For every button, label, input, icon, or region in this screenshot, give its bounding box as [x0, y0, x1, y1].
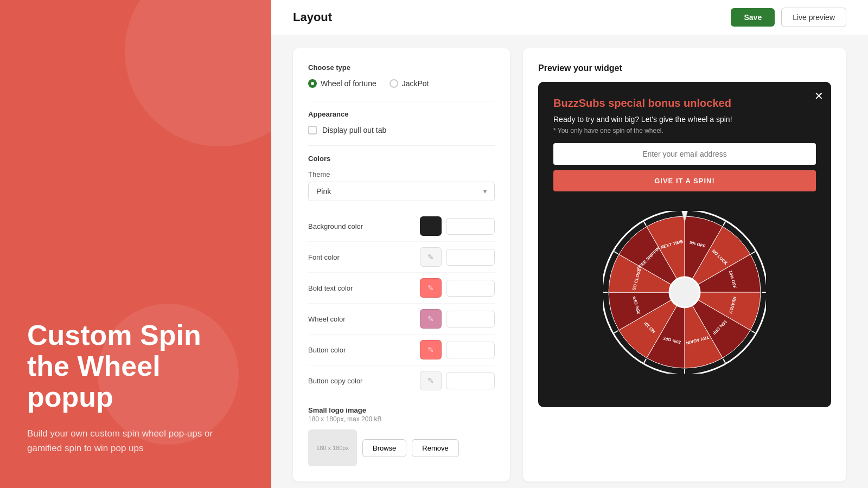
button-copy-color-label: Button copy color — [308, 377, 362, 385]
logo-section: Small logo image 180 x 180px, max 200 kB… — [308, 406, 495, 466]
button-color-swatch[interactable]: ✎ — [420, 340, 442, 359]
logo-label: Small logo image — [308, 406, 495, 414]
remove-button[interactable]: Remove — [412, 439, 458, 457]
bold-color-swatch[interactable]: ✎ — [420, 278, 442, 298]
theme-value: Pink — [316, 187, 331, 196]
font-color-hex[interactable]: FFFFFF — [446, 249, 495, 266]
wheel-color-hex[interactable]: D689A6 — [446, 311, 495, 328]
widget-top: BuzzSubs special bonus unlocked Ready to… — [538, 82, 831, 200]
pipette-icon: ✎ — [427, 314, 434, 323]
widget-headline: BuzzSubs special bonus unlocked — [553, 97, 816, 110]
hero-title: Custom Spin the Wheel popup — [27, 320, 244, 413]
svg-line-15 — [644, 359, 646, 363]
browse-button[interactable]: Browse — [362, 439, 406, 457]
color-row-wheel: Wheel color ✎ D689A6 — [308, 304, 495, 335]
button-copy-color-controls: ✎ FFFFFF — [420, 371, 495, 390]
pipette-icon: ✎ — [427, 284, 434, 292]
font-color-controls: ✎ FFFFFF — [420, 247, 495, 267]
svg-point-25 — [669, 277, 700, 307]
spin-button[interactable]: GIVE IT A SPIN! — [553, 170, 816, 191]
bg-color-hex[interactable]: 212121 — [446, 218, 495, 235]
spin-wheel: 5% OFFNO LUCK10% OFFNEARLY15% OFFTRY AGA… — [603, 211, 766, 374]
radio-wheel-of-fortune[interactable]: Wheel of fortune — [308, 79, 376, 88]
right-panel: Layout Save Live preview Choose type Whe… — [271, 0, 868, 488]
logo-placeholder: 180 x 180px — [308, 429, 357, 466]
close-icon[interactable]: ✕ — [814, 89, 824, 102]
svg-line-21 — [614, 252, 618, 254]
color-row-bold: Bold text color ✎ FF7370 — [308, 273, 495, 304]
theme-select[interactable]: Pink ▾ — [308, 182, 495, 201]
color-row-font: Font color ✎ FFFFFF — [308, 242, 495, 273]
radio-jackpot[interactable]: JackPot — [390, 79, 429, 88]
button-color-hex[interactable]: FF7370 — [446, 342, 495, 358]
hero-description: Build your own custom spin wheel pop-ups… — [27, 426, 244, 455]
theme-label: Theme — [308, 170, 495, 178]
theme-row: Theme Pink ▾ — [308, 170, 495, 201]
left-panel: Custom Spin the Wheel popup Build your o… — [0, 0, 271, 488]
pipette-icon: ✎ — [427, 376, 434, 385]
color-row-background: Background color 212121 — [308, 211, 495, 242]
radio-wheel-icon — [308, 79, 317, 88]
email-input[interactable] — [553, 143, 816, 165]
svg-line-3 — [723, 222, 725, 226]
page-title: Layout — [293, 10, 332, 24]
bold-color-label: Bold text color — [308, 284, 353, 292]
chevron-down-icon: ▾ — [483, 188, 487, 195]
appearance-row: Display pull out tab — [308, 126, 495, 134]
widget-subtext: Ready to try and win big? Let's give the… — [553, 115, 816, 124]
radio-jackpot-label: JackPot — [402, 79, 429, 88]
colors-label: Colors — [308, 155, 495, 163]
live-preview-button[interactable]: Live preview — [781, 8, 846, 27]
preview-title: Preview your widget — [538, 63, 831, 73]
svg-line-9 — [751, 331, 755, 333]
radio-jackpot-icon — [390, 79, 398, 88]
headline-pre: BuzzSubs — [553, 97, 608, 109]
color-row-button-copy: Button copy color ✎ FFFFFF — [308, 365, 495, 396]
bold-color-controls: ✎ FF7370 — [420, 278, 495, 298]
choose-type-row: Wheel of fortune JackPot — [308, 79, 495, 88]
svg-line-5 — [751, 252, 755, 254]
logo-upload-row: 180 x 180px Browse Remove — [308, 429, 495, 466]
button-copy-color-hex[interactable]: FFFFFF — [446, 373, 495, 389]
bg-color-controls: 212121 — [420, 216, 495, 236]
pull-out-tab-checkbox[interactable] — [308, 126, 317, 134]
pull-out-tab-label: Display pull out tab — [322, 126, 386, 134]
headline-post: unlocked — [681, 97, 731, 109]
radio-wheel-label: Wheel of fortune — [321, 79, 376, 88]
button-color-controls: ✎ FF7370 — [420, 340, 495, 359]
button-color-label: Button color — [308, 346, 346, 354]
wheel-color-label: Wheel color — [308, 315, 346, 323]
bg-color-swatch[interactable] — [420, 216, 442, 236]
pipette-icon: ✎ — [427, 253, 434, 261]
widget-small-text: * You only have one spin of the wheel. — [553, 127, 816, 134]
choose-type-label: Choose type — [308, 63, 495, 72]
appearance-section: Appearance Display pull out tab — [308, 110, 495, 134]
headline-highlight: special bonus — [608, 97, 680, 109]
bg-color-label: Background color — [308, 222, 363, 230]
wheel-container: 5% OFFNO LUCK10% OFFNEARLY15% OFFTRY AGA… — [538, 200, 831, 390]
header: Layout Save Live preview — [271, 0, 868, 35]
pipette-icon: ✎ — [427, 345, 434, 354]
wheel-color-swatch[interactable]: ✎ — [420, 309, 442, 329]
color-row-button: Button color ✎ FF7370 — [308, 335, 495, 365]
svg-line-17 — [614, 331, 618, 333]
widget-preview: ✕ BuzzSubs special bonus unlocked Ready … — [538, 82, 831, 407]
wheel-color-controls: ✎ D689A6 — [420, 309, 495, 329]
main-content: Choose type Wheel of fortune JackPot App… — [271, 35, 868, 488]
save-button[interactable]: Save — [731, 8, 775, 27]
appearance-label: Appearance — [308, 110, 495, 118]
font-color-swatch[interactable]: ✎ — [420, 247, 442, 267]
button-copy-color-swatch[interactable]: ✎ — [420, 371, 442, 390]
logo-sublabel: 180 x 180px, max 200 kB — [308, 415, 495, 423]
bold-color-hex[interactable]: FF7370 — [446, 280, 495, 297]
svg-line-23 — [644, 222, 646, 226]
preview-panel: Preview your widget ✕ BuzzSubs special b… — [523, 48, 846, 481]
font-color-label: Font color — [308, 253, 340, 261]
colors-section: Colors Theme Pink ▾ Background color 212… — [308, 155, 495, 396]
header-actions: Save Live preview — [731, 8, 846, 27]
settings-panel: Choose type Wheel of fortune JackPot App… — [293, 48, 510, 481]
svg-line-11 — [723, 359, 725, 363]
